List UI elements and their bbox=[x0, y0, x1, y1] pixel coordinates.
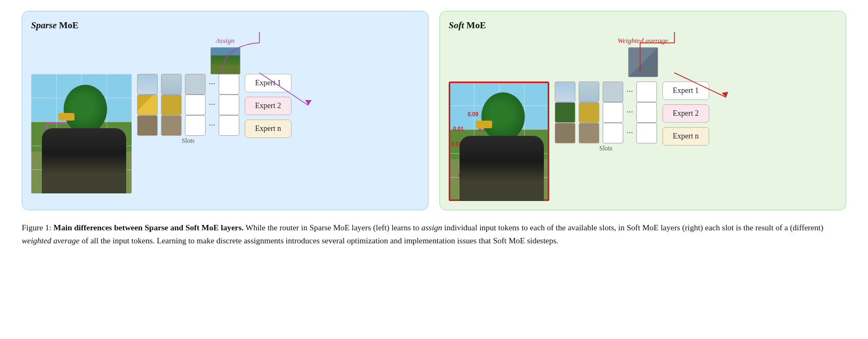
soft-expert-1-btn[interactable]: Expert 1 bbox=[662, 81, 709, 100]
sparse-expert-1-btn[interactable]: Expert 1 bbox=[245, 74, 292, 92]
assign-label: Assign bbox=[216, 36, 235, 45]
soft-slot-row-3: ··· bbox=[555, 123, 657, 143]
slot-patch-2-2 bbox=[161, 95, 182, 115]
soft-slots-label: Slots bbox=[599, 145, 612, 153]
figure-container: Sparse MoE Assign bbox=[22, 11, 846, 210]
soft-duck-grid: 0.09 0.30 0.01 0.40 0.01 0.01 0.03 0.01 … bbox=[449, 81, 549, 201]
soft-slot-patch-3-2 bbox=[579, 123, 599, 143]
weighted-label: Weighted average bbox=[617, 36, 668, 45]
soft-title: Soft MoE bbox=[449, 20, 837, 31]
soft-slot-single-1 bbox=[636, 81, 657, 102]
soft-expert-n-btn[interactable]: Expert n bbox=[662, 127, 709, 146]
soft-slot-row-2: ··· bbox=[555, 102, 657, 123]
soft-title-rest: MoE bbox=[464, 20, 486, 30]
soft-patch-top bbox=[628, 47, 658, 77]
soft-slot-patch-1-2 bbox=[579, 81, 599, 102]
slot-row-1: ··· bbox=[137, 74, 239, 95]
soft-duck-head bbox=[481, 92, 525, 141]
soft-slot-single-3 bbox=[636, 123, 657, 143]
caption-bold: Main differences between Sparse and Soft… bbox=[53, 223, 244, 232]
slot-patch-3-2 bbox=[161, 115, 182, 136]
slot-row-3: ··· bbox=[137, 115, 239, 136]
soft-slot-row-1: ··· bbox=[555, 81, 657, 102]
soft-slot-patch-1-3 bbox=[603, 81, 623, 102]
caption-assign-italic: assign bbox=[421, 223, 442, 232]
caption-middle1: individual input tokens to each of the a… bbox=[442, 223, 823, 232]
slot-patch-3-3 bbox=[185, 115, 206, 136]
sparse-expert-n-btn[interactable]: Expert n bbox=[245, 120, 292, 138]
soft-panel: Soft MoE Weighted average bbox=[439, 11, 846, 210]
slot-single-2 bbox=[219, 95, 239, 115]
weighted-wrapper: Weighted average bbox=[617, 36, 668, 77]
caption: Figure 1: Main differences between Spars… bbox=[22, 221, 846, 247]
slot-single-3 bbox=[219, 115, 239, 136]
sparse-layout: Assign bbox=[31, 36, 419, 193]
sparse-title: Sparse MoE bbox=[31, 20, 419, 31]
soft-slot-patch-2-2 bbox=[579, 102, 599, 123]
soft-layout: Weighted average bbox=[449, 36, 837, 201]
soft-slot-patch-2-3 bbox=[603, 102, 623, 123]
slot-dots-3: ··· bbox=[209, 121, 215, 130]
assign-wrapper: Assign bbox=[210, 36, 240, 74]
soft-slot-patch-1-1 bbox=[555, 81, 575, 102]
sparse-expert-2-btn[interactable]: Expert 2 bbox=[245, 97, 292, 115]
slot-row-2: ··· bbox=[137, 95, 239, 115]
soft-slot-dots-2: ··· bbox=[627, 108, 633, 117]
soft-slot-dots-1: ··· bbox=[627, 87, 633, 97]
duck-head bbox=[64, 85, 107, 134]
sparse-patch-top bbox=[210, 47, 240, 74]
soft-main-row: 0.09 0.30 0.01 0.40 0.01 0.01 0.03 0.01 … bbox=[449, 81, 837, 201]
slot-single-1 bbox=[219, 74, 239, 95]
soft-slot-single-2 bbox=[636, 102, 657, 123]
soft-duck-body bbox=[460, 136, 544, 201]
soft-title-italic: Soft bbox=[449, 20, 464, 30]
caption-figure-num: Figure 1: bbox=[22, 223, 52, 232]
sparse-connector-svg bbox=[178, 32, 368, 81]
slot-dots-1: ··· bbox=[209, 79, 215, 89]
sparse-title-rest: MoE bbox=[57, 20, 78, 30]
soft-experts-area: Expert 1 Expert 2 Expert n bbox=[662, 81, 709, 146]
soft-duck-wrapper: 0.09 0.30 0.01 0.40 0.01 0.01 0.03 0.01 … bbox=[449, 81, 549, 201]
soft-slot-patch-2-1 bbox=[555, 102, 575, 123]
soft-slots-col: ··· ··· bbox=[555, 81, 657, 153]
sparse-slots-col: ··· ··· bbox=[137, 74, 239, 145]
slot-patch-1-3 bbox=[185, 74, 206, 95]
soft-top-row: Weighted average bbox=[449, 36, 837, 77]
slot-patch-3-1 bbox=[137, 115, 158, 136]
soft-slot-dots-3: ··· bbox=[627, 128, 633, 138]
caption-rest-1: While the router in Sparse MoE layers (l… bbox=[246, 223, 421, 232]
sparse-top-row: Assign bbox=[31, 36, 419, 74]
caption-weighted-italic: weighted average bbox=[22, 236, 79, 245]
slot-patch-2-3 bbox=[185, 95, 206, 115]
sparse-duck-wrapper bbox=[31, 74, 132, 193]
sparse-duck-grid bbox=[31, 74, 132, 193]
slot-patch-2-1 bbox=[137, 95, 158, 115]
soft-slot-patch-3-3 bbox=[603, 123, 623, 143]
soft-duck-beak bbox=[476, 121, 492, 128]
sparse-panel: Sparse MoE Assign bbox=[22, 11, 429, 210]
sparse-main-row: ··· ··· bbox=[31, 74, 419, 193]
sparse-slots-label: Slots bbox=[182, 137, 195, 145]
slot-patch-1-1 bbox=[137, 74, 158, 95]
duck-body bbox=[42, 128, 126, 193]
slot-patch-1-2 bbox=[161, 74, 182, 95]
caption-end: of all the input tokens. Learning to mak… bbox=[79, 236, 559, 245]
sparse-experts-area: Expert 1 Expert 2 Expert n bbox=[245, 74, 292, 138]
sparse-title-italic: Sparse bbox=[31, 20, 57, 30]
soft-slot-patch-3-1 bbox=[555, 123, 575, 143]
soft-expert-2-btn[interactable]: Expert 2 bbox=[662, 104, 709, 123]
duck-beak bbox=[58, 113, 75, 121]
slot-dots-2: ··· bbox=[209, 100, 215, 110]
